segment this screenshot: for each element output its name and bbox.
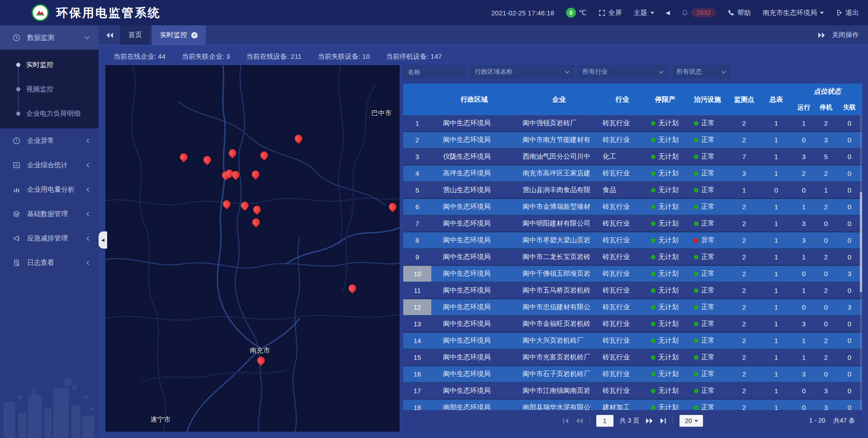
table-row[interactable]: 5 营山生态环境局 营山县润丰肉食品有限 食品 无计划 正常 1 0 0 1 0 xyxy=(403,182,862,199)
temperature-widget: 0 ℃ xyxy=(566,8,587,18)
status-dot-green xyxy=(694,155,698,159)
col-run: 运行 xyxy=(793,99,815,115)
sidebar-item-power-analysis[interactable]: 企业用电量分析 xyxy=(0,177,99,202)
cell-stop: 0 xyxy=(815,266,837,282)
next-page-button[interactable] xyxy=(646,418,653,424)
page-size-select[interactable]: 20 xyxy=(679,415,703,427)
cell-offline: 0 xyxy=(837,249,862,265)
total-count-label: 共47 条 xyxy=(834,417,855,425)
table-row[interactable]: 17 阆中生态环境局 阆中市江南镇阆南页岩 砖瓦行业 无计划 正常 2 1 0 … xyxy=(403,383,862,400)
cell-region: 阆中生态环境局 xyxy=(431,232,517,248)
first-page-icon xyxy=(562,418,569,424)
bullet-dot-icon xyxy=(16,87,20,91)
sidebar-item-base-data[interactable]: 基础数据管理 xyxy=(0,202,99,226)
status-dot-green xyxy=(651,155,656,159)
table-row[interactable]: 14 阆中生态环境局 阆中大兴页岩机砖厂 砖瓦行业 无计划 正常 2 1 1 2… xyxy=(403,333,862,349)
cell-offline: 0 xyxy=(837,182,862,198)
tab-realtime[interactable]: 实时监控 ✕ xyxy=(152,25,206,45)
cell-industry: 砖瓦行业 xyxy=(601,366,644,382)
cell-monitor: 2 xyxy=(728,115,760,131)
prev-page-button[interactable] xyxy=(576,418,583,424)
table-row[interactable]: 2 阆中生态环境局 阆中市南方节能建材有 砖瓦行业 无计划 正常 2 1 0 3… xyxy=(403,132,862,149)
sidebar-item-data-monitor[interactable]: 数据监测 xyxy=(0,25,99,50)
status-dot-green xyxy=(651,372,656,377)
tab-label: 实时监控 xyxy=(160,31,187,39)
cell-meter: 1 xyxy=(760,249,793,265)
table-row[interactable]: 12 阆中生态环境局 阆中市忠信建材有限公 砖瓦行业 无计划 正常 2 1 0 … xyxy=(403,299,862,316)
cell-offline: 3 xyxy=(837,266,862,282)
tab-home[interactable]: 首页 xyxy=(120,25,150,45)
table-row[interactable]: 3 仪陇生态环境局 西南油气田分公司川中 化工 无计划 正常 7 1 3 5 0 xyxy=(403,149,862,165)
table-row[interactable]: 11 阆中生态环境局 阆中市五马桥页岩机砖 砖瓦行业 无计划 正常 2 1 1 … xyxy=(403,283,862,299)
cell-meter: 1 xyxy=(760,232,793,248)
sidebar-collapse-button[interactable]: ◀ xyxy=(99,231,107,249)
table-row[interactable]: 16 阆中生态环境局 阆中市石子页岩机砖厂 砖瓦行业 无计划 正常 2 1 3 … xyxy=(403,366,862,383)
sidebar-menu: 数据监测 实时监控 视频监控 企业电力负荷明细 企业异常 企业综合统计 企业用电… xyxy=(0,25,99,275)
cell-company: 西南油气田分公司川中 xyxy=(517,149,601,165)
sidebar-subitem-video-monitor[interactable]: 视频监控 xyxy=(0,77,99,101)
status-dot-green xyxy=(651,389,656,393)
cell-meter: 1 xyxy=(760,266,793,282)
cell-stop-limit: 无计划 xyxy=(644,316,687,332)
table-row[interactable]: 1 阆中生态环境局 阆中强锐页岩砖厂 砖瓦行业 无计划 正常 2 1 1 2 0 xyxy=(403,115,862,132)
table-row[interactable]: 9 阆中生态环境局 阆中市二龙长宝页岩砖 砖瓦行业 无计划 正常 2 1 1 2… xyxy=(403,249,862,266)
logout-icon xyxy=(835,9,842,16)
first-page-button[interactable] xyxy=(562,418,569,424)
chevron-down-icon xyxy=(820,12,824,14)
table-row[interactable]: 6 阆中生态环境局 阆中市金博瑞新型墙材 砖瓦行业 无计划 正常 2 1 1 2… xyxy=(403,199,862,216)
table-row[interactable]: 4 高坪生态环境局 南充市高坪区王家店建 砖瓦行业 无计划 正常 3 1 2 2… xyxy=(403,165,862,182)
logout-button[interactable]: 退出 xyxy=(835,9,859,17)
org-menu[interactable]: 南充市生态环境局 xyxy=(763,9,824,17)
status-dot-green xyxy=(651,405,656,410)
cell-industry: 砖瓦行业 xyxy=(601,283,644,298)
sidebar-subitem-power-load-detail[interactable]: 企业电力负荷明细 xyxy=(0,101,99,126)
scrollbar-thumb[interactable] xyxy=(860,192,862,292)
sidebar-subitem-label: 视频监控 xyxy=(26,85,53,94)
stats-bar: 当前在线企业: 44当前失联企业: 3当前在线设备: 211当前失联设备: 10… xyxy=(105,50,862,63)
last-page-button[interactable] xyxy=(660,418,666,424)
close-icon[interactable]: ✕ xyxy=(191,32,198,38)
cell-run: 1 xyxy=(793,115,815,131)
page-number-input[interactable]: 1 xyxy=(596,415,613,427)
cell-industry: 砖瓦行业 xyxy=(601,316,644,332)
sidebar-subitem-realtime-monitor[interactable]: 实时监控 xyxy=(0,52,99,77)
table-scrollbar[interactable] xyxy=(860,115,862,410)
cell-index: 2 xyxy=(403,132,431,148)
cell-industry: 砖瓦行业 xyxy=(601,115,644,131)
industry-filter-select[interactable]: 所有行业 xyxy=(578,65,668,79)
table-rows: 1 阆中生态环境局 阆中强锐页岩砖厂 砖瓦行业 无计划 正常 2 1 1 2 0… xyxy=(403,115,862,410)
cell-meter: 1 xyxy=(760,349,793,365)
table-row[interactable]: 13 阆中生态环境局 阆中市金福旺页岩机砖 砖瓦行业 无计划 正常 2 1 3 … xyxy=(403,316,862,333)
bullet-dot-icon xyxy=(16,112,20,116)
sidebar-item-log-view[interactable]: 日志查看 xyxy=(0,250,99,275)
status-filter-select[interactable]: 所有状态 xyxy=(672,65,731,79)
table-row[interactable]: 18 南部生态环境局 南部县瑞华水泥有限公 建材加工 无计划 正常 2 1 0 … xyxy=(403,400,862,410)
notification-widget[interactable]: 2632 xyxy=(682,8,716,17)
stat-online-devices: 当前在线设备: 211 xyxy=(246,52,302,61)
table-row[interactable]: 10 阆中生态环境局 阆中千佛镇五郎垭页岩 砖瓦行业 无计划 正常 2 1 0 … xyxy=(403,266,862,283)
sidebar-item-emergency-reduce[interactable]: 应急减排管理 xyxy=(0,226,99,250)
table-row[interactable]: 15 阆中生态环境局 阆中市光富页岩机砖厂 砖瓦行业 无计划 正常 2 1 1 … xyxy=(403,349,862,366)
sidebar-item-company-statistics[interactable]: 企业综合统计 xyxy=(0,153,99,177)
region-filter-select[interactable]: 行政区域名称 xyxy=(470,65,574,79)
map[interactable]: 巴中市南充市遂宁市 xyxy=(105,65,400,432)
col-company: 企业 xyxy=(517,84,601,115)
theme-menu[interactable]: 主题 xyxy=(634,9,654,17)
cell-monitor: 2 xyxy=(728,232,760,248)
col-monitor: 监测点 xyxy=(728,84,760,115)
cell-stop-limit: 无计划 xyxy=(644,232,687,248)
fullscreen-button[interactable]: 全屏 xyxy=(599,9,622,17)
name-filter-input[interactable] xyxy=(403,65,467,79)
cell-facility: 正常 xyxy=(687,165,728,181)
sidebar-item-company-abnormal[interactable]: 企业异常 xyxy=(0,128,99,153)
double-chevron-right-icon xyxy=(818,32,826,38)
cell-stop-limit: 无计划 xyxy=(644,299,687,315)
mute-toggle[interactable]: ◀ xyxy=(666,9,670,16)
table-row[interactable]: 8 阆中生态环境局 阆中市枣碧大梁山页岩 砖瓦行业 无计划 异常 2 1 3 0… xyxy=(403,232,862,249)
cell-company: 阆中市金福旺页岩机砖 xyxy=(517,316,601,332)
tabs-scroll-left-button[interactable] xyxy=(99,25,120,45)
close-operations-button[interactable]: 关闭操作 xyxy=(818,25,868,45)
help-button[interactable]: 帮助 xyxy=(728,9,751,17)
table-row[interactable]: 7 阆中生态环境局 阆中明阳建材有限公司 砖瓦行业 无计划 正常 2 1 3 0… xyxy=(403,216,862,232)
bell-icon xyxy=(682,9,688,16)
